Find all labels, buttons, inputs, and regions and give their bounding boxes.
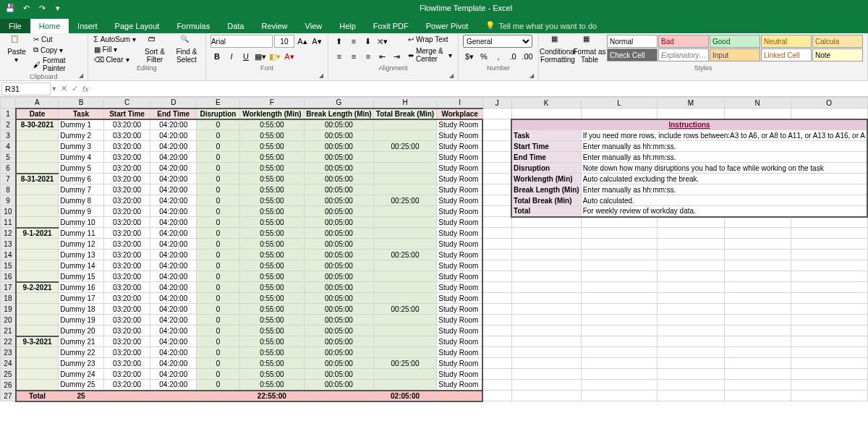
- table-header[interactable]: Break Length (Min): [305, 109, 374, 119]
- cell[interactable]: 00:05:00: [305, 358, 374, 369]
- cell[interactable]: 00:05:00: [305, 152, 374, 163]
- cell[interactable]: [373, 217, 437, 228]
- tab-data[interactable]: Data: [218, 19, 252, 33]
- cell[interactable]: 0: [197, 304, 239, 315]
- total-cell[interactable]: [305, 391, 374, 401]
- cell[interactable]: 03:20:00: [103, 347, 150, 358]
- cell[interactable]: Dummy 9: [59, 206, 104, 217]
- cell[interactable]: Dummy 1: [59, 119, 104, 130]
- cell[interactable]: 0:55:00: [239, 174, 305, 184]
- row-header[interactable]: 23: [1, 347, 16, 358]
- increase-indent-icon[interactable]: ⇥: [391, 50, 404, 63]
- table-header[interactable]: Task: [59, 109, 104, 119]
- tell-me-input[interactable]: 💡Tell me what you want to do: [477, 18, 605, 33]
- cell[interactable]: [373, 336, 437, 347]
- find-select-button[interactable]: 🔍Find & Select: [172, 35, 201, 64]
- clear-button[interactable]: ⌫Clear▾: [93, 55, 137, 64]
- chevron-down-icon[interactable]: ▾: [52, 84, 56, 93]
- cell[interactable]: Dummy 15: [59, 271, 104, 282]
- cell[interactable]: [16, 304, 59, 315]
- cell[interactable]: 9-1-2021: [16, 228, 59, 239]
- cell[interactable]: 04:20:00: [150, 228, 197, 239]
- cell[interactable]: [373, 228, 437, 239]
- name-box[interactable]: [1, 82, 51, 95]
- increase-font-icon[interactable]: A▴: [296, 35, 309, 48]
- cell[interactable]: Study Room: [437, 271, 483, 282]
- row-header[interactable]: 25: [1, 369, 16, 380]
- cell[interactable]: 0:55:00: [239, 315, 305, 326]
- cell[interactable]: Dummy 3: [59, 141, 104, 152]
- cell[interactable]: [373, 315, 437, 326]
- cell[interactable]: 00:05:00: [305, 174, 374, 184]
- cell[interactable]: 0: [197, 217, 239, 228]
- col-header[interactable]: O: [791, 98, 867, 109]
- tab-page-layout[interactable]: Page Layout: [106, 19, 169, 33]
- cell[interactable]: 0: [197, 184, 239, 195]
- style-calcula[interactable]: Calcula: [812, 35, 863, 48]
- cell[interactable]: [16, 217, 59, 228]
- cell[interactable]: Dummy 25: [59, 380, 104, 391]
- dialog-launcher-icon[interactable]: ◢: [319, 72, 326, 80]
- col-header[interactable]: M: [658, 98, 724, 109]
- cell[interactable]: Dummy 2: [59, 130, 104, 141]
- cell[interactable]: 03:20:00: [103, 141, 150, 152]
- cell[interactable]: 0:55:00: [239, 206, 305, 217]
- cell[interactable]: 03:20:00: [103, 119, 150, 130]
- fill-button[interactable]: ▦Fill▾: [93, 45, 137, 54]
- cell[interactable]: Study Room: [437, 250, 483, 260]
- cut-button[interactable]: ✂Cut: [32, 35, 83, 44]
- cell[interactable]: 04:20:00: [150, 119, 197, 130]
- sort-filter-button[interactable]: 🗃Sort & Filter: [140, 35, 169, 64]
- cell[interactable]: 03:20:00: [103, 326, 150, 336]
- cell[interactable]: 04:20:00: [150, 271, 197, 282]
- cell[interactable]: 03:20:00: [103, 130, 150, 141]
- cell[interactable]: 04:20:00: [150, 326, 197, 336]
- cell[interactable]: 03:20:00: [103, 206, 150, 217]
- row-header[interactable]: 24: [1, 358, 16, 369]
- row-header[interactable]: 12: [1, 228, 16, 239]
- cell[interactable]: 04:20:00: [150, 336, 197, 347]
- cell[interactable]: 03:20:00: [103, 152, 150, 163]
- col-header[interactable]: A: [16, 98, 59, 109]
- comma-icon[interactable]: ,: [492, 50, 505, 63]
- row-header[interactable]: 18: [1, 293, 16, 304]
- qat-more-icon[interactable]: ▾: [52, 2, 64, 14]
- cell[interactable]: 00:25:00: [373, 358, 437, 369]
- cell[interactable]: Study Room: [437, 369, 483, 380]
- table-header[interactable]: Disruption: [197, 109, 239, 119]
- cell[interactable]: Dummy 8: [59, 195, 104, 206]
- italic-button[interactable]: I: [225, 50, 238, 63]
- cell[interactable]: 0: [197, 282, 239, 293]
- cell[interactable]: Dummy 7: [59, 184, 104, 195]
- cell[interactable]: 0:55:00: [239, 326, 305, 336]
- cell[interactable]: [16, 380, 59, 391]
- conditional-formatting-button[interactable]: ▦Conditional Formatting: [543, 35, 572, 64]
- style-neutral[interactable]: Neutral: [761, 35, 812, 48]
- cell[interactable]: Study Room: [437, 195, 483, 206]
- cell[interactable]: 0:55:00: [239, 293, 305, 304]
- cell[interactable]: [373, 260, 437, 271]
- cell[interactable]: Study Room: [437, 380, 483, 391]
- cell[interactable]: 03:20:00: [103, 184, 150, 195]
- col-header[interactable]: K: [511, 98, 581, 109]
- decrease-decimal-icon[interactable]: .00: [521, 50, 534, 63]
- style-linked-cell[interactable]: Linked Cell: [761, 48, 812, 61]
- cell[interactable]: [373, 152, 437, 163]
- tab-power-pivot[interactable]: Power Pivot: [417, 19, 477, 33]
- cell[interactable]: 9-2-2021: [16, 282, 59, 293]
- cell[interactable]: [16, 315, 59, 326]
- tab-formulas[interactable]: Formulas: [168, 19, 218, 33]
- col-header[interactable]: F: [239, 98, 305, 109]
- cell[interactable]: Dummy 24: [59, 369, 104, 380]
- cell[interactable]: 0:55:00: [239, 347, 305, 358]
- cell[interactable]: Dummy 4: [59, 152, 104, 163]
- cell[interactable]: 0: [197, 141, 239, 152]
- cell[interactable]: 0: [197, 174, 239, 184]
- cell[interactable]: 0: [197, 228, 239, 239]
- row-header[interactable]: 5: [1, 152, 16, 163]
- tab-foxit-pdf[interactable]: Foxit PDF: [365, 19, 417, 33]
- cell[interactable]: 00:05:00: [305, 130, 374, 141]
- cell[interactable]: 0: [197, 271, 239, 282]
- cell[interactable]: [373, 130, 437, 141]
- cell[interactable]: 03:20:00: [103, 304, 150, 315]
